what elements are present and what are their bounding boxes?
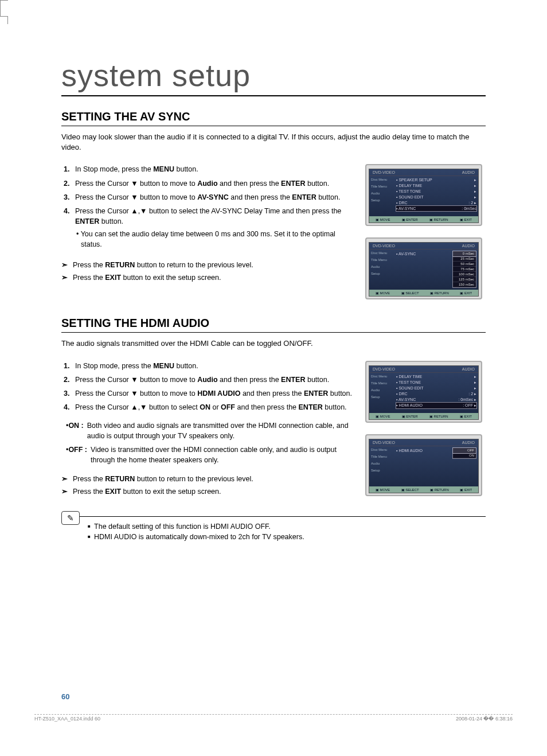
section-av-sync-intro: Video may look slower than the audio if …	[61, 132, 486, 153]
return-note-2: ➣Press the RETURN button to return to th…	[61, 474, 356, 484]
hdmi-steps: 1. In Stop mode, press the MENU button. …	[61, 361, 356, 413]
hdmi-definitions: • ON :Both video and audio signals are t…	[66, 420, 356, 466]
osd-av-sync-menu: DVD-VIDEOAUDIO Disc MenuTitle Menu Audio…	[365, 164, 482, 226]
note-icon: ✎	[61, 511, 80, 525]
osd-av-sync-values: DVD-VIDEOAUDIO Disc MenuTitle Menu Audio…	[365, 237, 482, 299]
av-sync-steps: 1. In Stop mode, press the MENU button. …	[61, 164, 356, 250]
exit-note-2: ➣Press the EXIT button to exit the setup…	[61, 486, 356, 497]
osd-hdmi-values: DVD-VIDEOAUDIO Disc MenuTitle Menu Audio…	[365, 434, 482, 496]
section-av-sync-title: SETTING THE AV SYNC	[61, 110, 486, 126]
footer: HT-Z510_XAA_0124.indd 60 2008-01-24 �� 6…	[34, 714, 513, 722]
return-note: ➣Press the RETURN button to return to th…	[61, 260, 356, 270]
page-heading: system setup	[61, 57, 486, 96]
osd-hdmi-menu: DVD-VIDEOAUDIO Disc MenuTitle Menu Audio…	[365, 361, 482, 423]
exit-note: ➣Press the EXIT button to exit the setup…	[61, 272, 356, 283]
section-hdmi-intro: The audio signals transmitted over the H…	[61, 338, 486, 349]
page-number: 60	[61, 692, 69, 701]
section-hdmi-title: SETTING THE HDMI AUDIO	[61, 317, 486, 333]
note-box: ✎ The default setting of this function i…	[61, 516, 486, 543]
